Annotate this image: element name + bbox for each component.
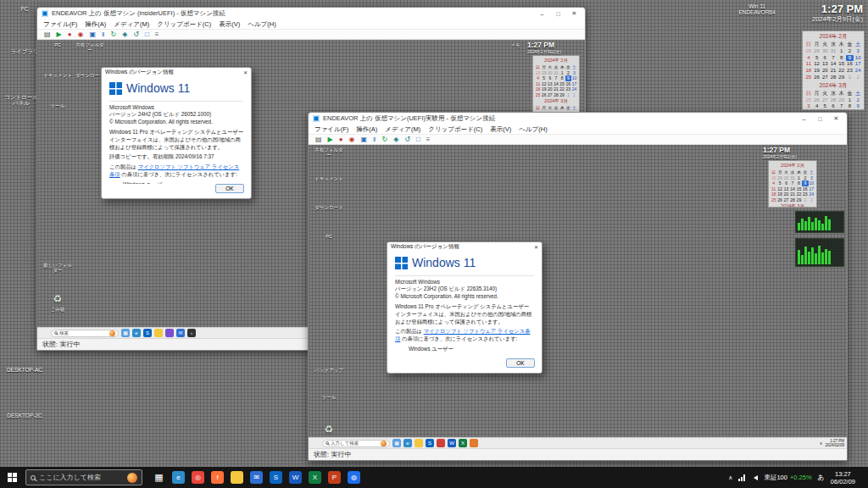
ime-indicator[interactable]: あ (818, 473, 825, 482)
word-icon[interactable]: W (289, 471, 302, 484)
reset-icon[interactable]: ↻ (109, 30, 117, 39)
task-view-icon[interactable]: ▦ (121, 329, 130, 337)
menu-action[interactable]: 操作(A) (356, 125, 377, 134)
menu-media[interactable]: メディア(M) (114, 20, 149, 29)
desktop-icon-desktop-2c[interactable]: DESKTOP-2C (5, 412, 44, 419)
vm-tray-clock[interactable]: 1:27 PM 2024/02/09 (825, 439, 844, 448)
dialog-titlebar[interactable]: Windows のバージョン情報 ✕ (102, 68, 251, 77)
media-icon[interactable] (437, 439, 445, 447)
photos-icon[interactable] (470, 439, 478, 447)
maximize-button[interactable]: □ (552, 11, 565, 17)
save-icon[interactable]: ▣ (360, 136, 369, 144)
menu-clipboard[interactable]: クリップボード(C) (157, 20, 211, 29)
vm-desktop-icon[interactable]: 新しいフォルダー (42, 262, 73, 274)
taskbar-search-box[interactable]: ここに入力して検索 (25, 469, 142, 485)
word-icon[interactable]: W (448, 439, 456, 447)
vm-search-box[interactable]: 検索 (51, 330, 119, 337)
minimize-button[interactable]: – (798, 116, 810, 122)
dialog-titlebar[interactable]: Windows のバージョン情報 ✕ (387, 242, 542, 252)
shut-down-icon[interactable]: ◉ (77, 30, 85, 39)
reset-icon[interactable]: ↻ (381, 136, 388, 144)
desktop-icon-win11-endeavor64[interactable]: Win 11 ENDEAVOR64 (734, 3, 780, 16)
minimize-button[interactable]: – (536, 11, 548, 17)
titlebar[interactable]: ENDEAVOR 上の 仮想マシン(UEFI)実験用 - 仮想マシン接続 – □… (309, 113, 847, 125)
shut-down-icon[interactable]: ◉ (348, 136, 356, 144)
vm-desktop-icon[interactable]: PC (42, 42, 73, 47)
chrome-icon[interactable]: ◎ (192, 471, 204, 484)
ctrl-alt-del-icon[interactable]: ▤ (43, 30, 52, 39)
pause-icon[interactable]: ‖ (101, 30, 105, 39)
vm-desktop-icon[interactable]: ダウンロード (314, 204, 344, 210)
vm-screen[interactable]: 共有フォルダー ドキュメント ダウンロード PC バックアップ ツール ごみ箱 … (309, 145, 847, 448)
titlebar[interactable]: ENDEAVOR 上の 仮想マシン (insiderUEFI) - 仮想マシン接… (37, 8, 585, 19)
menu-file[interactable]: ファイル(F) (43, 20, 77, 29)
close-button[interactable]: ✕ (568, 10, 581, 17)
ok-button[interactable]: OK (215, 184, 244, 193)
vm-desktop-icon[interactable]: 共有フォルダー (75, 42, 105, 53)
checkpoint-icon[interactable]: ◈ (121, 30, 128, 39)
excel-icon[interactable]: X (459, 439, 467, 447)
enhanced-session-icon[interactable]: □ (144, 30, 150, 39)
desktop-icon-control-panel[interactable]: コントロール パネル (2, 93, 41, 107)
menu-action[interactable]: 操作(A) (85, 20, 106, 29)
vm-desktop-icon[interactable]: バックアップ (314, 367, 344, 373)
menu-view[interactable]: 表示(V) (219, 20, 240, 29)
tray-clock[interactable]: 13:27 06/02/09 (831, 470, 855, 485)
volume-icon[interactable] (751, 475, 758, 480)
winver-dialog[interactable]: Windows のバージョン情報 ✕ Windows 11 Microsoft … (387, 241, 542, 374)
desktop-icon-desktop-ac[interactable]: DESKTOP-AC (5, 366, 44, 373)
system-tray[interactable]: ∧ 東証100+0.25% あ 13:27 06/02/09 (728, 470, 868, 485)
vm-desktop-icon-recycle-bin[interactable]: ごみ箱 (42, 291, 73, 312)
vm-search-box[interactable]: 入力して検索 (322, 440, 390, 447)
photos-icon[interactable] (165, 329, 174, 337)
close-button[interactable]: ✕ (830, 115, 843, 122)
menu-help[interactable]: ヘルプ(H) (519, 125, 547, 134)
enhanced-session-icon[interactable]: □ (415, 136, 421, 144)
menu-view[interactable]: 表示(V) (490, 125, 511, 134)
store-icon[interactable]: S (143, 329, 152, 337)
explorer-icon[interactable] (231, 471, 243, 484)
edge-icon[interactable]: e (403, 439, 412, 447)
networking-icon[interactable]: ≡ (154, 30, 160, 39)
explorer-icon[interactable] (415, 439, 423, 447)
vm-taskbar[interactable]: 入力して検索 ▦eSWX ∧ 1:27 PM 2024/02/09 (309, 437, 847, 448)
edge-icon[interactable]: e (172, 471, 185, 484)
vm-desktop-icon[interactable]: ツール (314, 394, 344, 400)
revert-icon[interactable]: ↺ (132, 30, 140, 39)
task-view-icon[interactable]: ▦ (153, 471, 165, 484)
firefox-icon[interactable]: f (211, 471, 224, 484)
start-icon[interactable]: ▶ (56, 30, 63, 39)
vm-desktop-icon[interactable]: ドキュメント (42, 72, 73, 78)
vm-tray[interactable]: ∧ 1:27 PM 2024/02/09 (820, 439, 844, 448)
turn-off-icon[interactable]: ● (67, 30, 73, 39)
stock-ticker[interactable]: 東証100+0.25% (764, 474, 811, 482)
menu-clipboard[interactable]: クリップボード(C) (428, 125, 482, 134)
powerpoint-icon[interactable]: P (328, 471, 341, 484)
ok-button[interactable]: OK (506, 358, 535, 368)
start-button[interactable] (0, 467, 24, 488)
photos-icon[interactable]: ◍ (348, 471, 360, 484)
task-view-icon[interactable]: ▦ (392, 439, 401, 447)
menu-help[interactable]: ヘルプ(H) (248, 20, 275, 29)
mail-icon[interactable]: ✉ (176, 329, 185, 337)
save-icon[interactable]: ▣ (89, 30, 97, 39)
close-icon[interactable]: ✕ (534, 244, 538, 250)
start-icon[interactable]: ▶ (327, 136, 334, 144)
edge-icon[interactable]: e (132, 329, 141, 337)
vm-desktop-icon[interactable]: ドキュメント (314, 175, 344, 181)
hidden-icons-icon[interactable]: ∧ (820, 441, 823, 446)
networking-icon[interactable]: ≡ (426, 136, 431, 144)
vm-desktop-icon[interactable]: メモ (500, 42, 531, 47)
maximize-button[interactable]: □ (814, 116, 826, 122)
pause-icon[interactable]: ‖ (372, 136, 376, 144)
vm-desktop-icon[interactable]: ツール (42, 103, 73, 108)
checkpoint-icon[interactable]: ◈ (392, 136, 399, 144)
excel-icon[interactable]: X (309, 471, 321, 484)
close-icon[interactable]: ✕ (243, 69, 248, 75)
store-icon[interactable]: S (426, 439, 434, 447)
hidden-icons-icon[interactable]: ∧ (728, 474, 732, 481)
menu-media[interactable]: メディア(M) (385, 125, 420, 134)
winver-dialog[interactable]: Windows のバージョン情報 ✕ Windows 11 Microsoft … (101, 67, 252, 199)
vm-desktop-icon[interactable]: PC (314, 233, 344, 239)
vm-window-uefi-experiment[interactable]: ENDEAVOR 上の 仮想マシン(UEFI)実験用 - 仮想マシン接続 – □… (308, 112, 848, 461)
